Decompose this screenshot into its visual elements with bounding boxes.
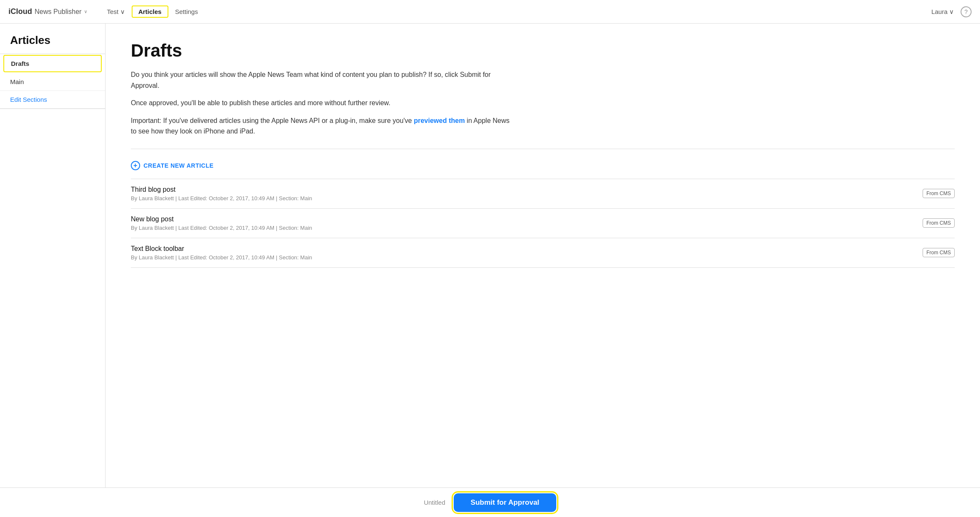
tab-settings[interactable]: Settings: [168, 5, 205, 18]
article-meta-2: By Laura Blackett | Last Edited: October…: [131, 254, 312, 261]
from-cms-badge-0: From CMS: [923, 189, 955, 198]
main-layout: Articles Drafts Main Edit Sections Draft…: [0, 24, 980, 517]
bottom-label: Untitled: [424, 499, 445, 506]
article-list: Third blog post By Laura Blackett | Last…: [131, 179, 955, 268]
article-title-2: Text Block toolbar: [131, 245, 312, 253]
news-publisher-label: News Publisher: [35, 8, 81, 16]
tab-settings-label: Settings: [175, 8, 198, 15]
article-info-1: New blog post By Laura Blackett | Last E…: [131, 215, 312, 231]
main-content: Drafts Do you think your articles will s…: [106, 24, 980, 517]
user-chevron-icon: ∨: [949, 8, 954, 16]
page-title: Drafts: [131, 41, 955, 61]
workspace-label: Test: [107, 8, 119, 15]
create-new-label: CREATE NEW ARTICLE: [143, 162, 214, 169]
article-title-0: Third blog post: [131, 186, 312, 193]
edit-sections-link[interactable]: Edit Sections: [0, 91, 105, 109]
description-2: Once approved, you'll be able to publish…: [131, 98, 511, 109]
brand-chevron-icon: ∨: [84, 9, 87, 14]
article-info-2: Text Block toolbar By Laura Blackett | L…: [131, 245, 312, 261]
plus-circle-icon: +: [131, 161, 140, 170]
sidebar-title: Articles: [0, 34, 105, 54]
article-info-0: Third blog post By Laura Blackett | Last…: [131, 186, 312, 201]
workspace-menu[interactable]: Test ∨: [100, 5, 132, 18]
icloud-label: iCloud: [8, 7, 32, 16]
sidebar-item-drafts[interactable]: Drafts: [3, 55, 102, 72]
user-menu[interactable]: Laura ∨: [931, 8, 954, 16]
create-new-article-button[interactable]: + CREATE NEW ARTICLE: [131, 161, 955, 170]
sidebar-item-main-label: Main: [10, 78, 24, 85]
sidebar-item-drafts-label: Drafts: [11, 60, 29, 67]
table-row[interactable]: Text Block toolbar By Laura Blackett | L…: [131, 238, 955, 268]
article-meta-1: By Laura Blackett | Last Edited: October…: [131, 225, 312, 231]
table-row[interactable]: Third blog post By Laura Blackett | Last…: [131, 179, 955, 209]
edit-sections-label: Edit Sections: [10, 96, 47, 103]
from-cms-badge-1: From CMS: [923, 218, 955, 228]
top-nav: iCloud News Publisher ∨ Test ∨ Articles …: [0, 0, 980, 24]
bottom-bar: Untitled Submit for Approval: [0, 487, 980, 517]
article-title-1: New blog post: [131, 215, 312, 223]
from-cms-badge-2: From CMS: [923, 248, 955, 257]
sidebar-bottom-divider: [0, 109, 105, 109]
article-meta-0: By Laura Blackett | Last Edited: October…: [131, 195, 312, 201]
description-3-prefix: Important: If you've delivered articles …: [131, 117, 414, 124]
sidebar-item-main[interactable]: Main: [0, 73, 105, 91]
description-3: Important: If you've delivered articles …: [131, 115, 511, 137]
description-1: Do you think your articles will show the…: [131, 69, 511, 91]
brand[interactable]: iCloud News Publisher ∨: [8, 7, 87, 16]
user-label: Laura: [931, 8, 948, 15]
sidebar: Articles Drafts Main Edit Sections: [0, 24, 106, 517]
top-nav-center: Test ∨ Articles Settings: [100, 5, 931, 18]
tab-articles[interactable]: Articles: [132, 5, 168, 18]
tab-articles-label: Articles: [138, 8, 162, 15]
sidebar-divider: [0, 54, 105, 54]
top-nav-right: Laura ∨ ?: [931, 6, 972, 17]
help-icon: ?: [964, 8, 968, 15]
content-divider-1: [131, 149, 955, 149]
help-button[interactable]: ?: [961, 6, 972, 17]
workspace-chevron-icon: ∨: [120, 8, 125, 16]
previewed-them-link[interactable]: previewed them: [414, 117, 465, 124]
submit-for-approval-button[interactable]: Submit for Approval: [454, 493, 556, 512]
table-row[interactable]: New blog post By Laura Blackett | Last E…: [131, 209, 955, 238]
